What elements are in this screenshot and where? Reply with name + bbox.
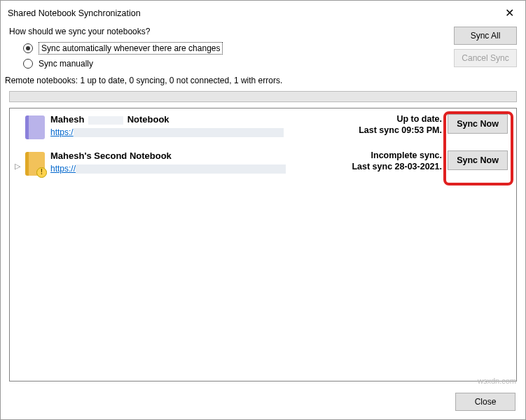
redacted-url [74, 128, 284, 137]
notebook-icon-warning [25, 152, 45, 176]
notebook-row: Mahesh Notebook https:/ Up to date. Last… [10, 108, 516, 145]
notebook-title: Mahesh Notebook [50, 114, 323, 125]
window-title: Shared Notebook Synchronization [8, 8, 141, 18]
notebook-status: Up to date. Last sync 09:53 PM. [323, 114, 442, 135]
notebook-icon [25, 115, 45, 139]
cancel-sync-button: Cancel Sync [454, 49, 517, 67]
sync-question: How should we sync your notebooks? [9, 27, 454, 36]
redacted-url [76, 164, 286, 174]
close-button[interactable]: Close [455, 393, 515, 411]
notebook-title: Mahesh's Second Notebook [50, 150, 323, 161]
dialog-window: Shared Notebook Synchronization ✕ How sh… [0, 0, 526, 420]
notebook-row: ▷ Mahesh's Second Notebook https:// Inco… [10, 145, 516, 181]
title-prefix: Mahesh [50, 114, 84, 125]
redacted-text [88, 116, 123, 125]
radio-icon [23, 43, 33, 53]
notebook-list: Mahesh Notebook https:/ Up to date. Last… [9, 108, 517, 382]
radio-icon [23, 59, 33, 69]
remote-status: Remote notebooks: 1 up to date, 0 syncin… [1, 73, 525, 90]
radio-label-manual: Sync manually [39, 59, 93, 69]
notebook-status: Incomplete sync. Last sync 28-03-2021. [323, 150, 442, 172]
notebook-link[interactable]: https:// [50, 164, 76, 174]
last-sync-text: Last sync 28-03-2021. [323, 162, 442, 172]
options-area: How should we sync your notebooks? Sync … [1, 22, 525, 73]
progress-bar [9, 91, 517, 102]
status-text: Incomplete sync. [323, 150, 442, 160]
last-sync-text: Last sync 09:53 PM. [323, 125, 442, 135]
sync-all-button[interactable]: Sync All [454, 27, 517, 45]
radio-sync-auto[interactable]: Sync automatically whenever there are ch… [23, 42, 454, 55]
watermark: wsxdn.com [478, 377, 516, 385]
dialog-footer: Close [1, 387, 525, 419]
notebook-link[interactable]: https:/ [50, 127, 74, 137]
title-suffix: Notebook [127, 114, 169, 125]
titlebar: Shared Notebook Synchronization ✕ [1, 1, 525, 22]
status-text: Up to date. [323, 114, 442, 124]
sync-now-button[interactable]: Sync Now [448, 114, 508, 134]
radio-label-auto: Sync automatically whenever there are ch… [39, 42, 223, 55]
close-icon[interactable]: ✕ [501, 6, 518, 20]
radio-sync-manual[interactable]: Sync manually [23, 59, 454, 69]
expander-icon[interactable]: ▷ [13, 162, 22, 171]
sync-now-button[interactable]: Sync Now [448, 150, 508, 170]
